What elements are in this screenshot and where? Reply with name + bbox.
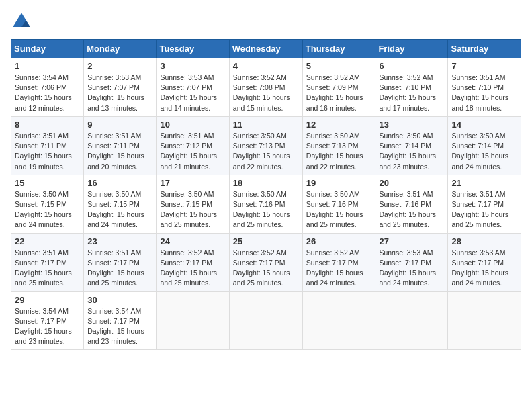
calendar-week-4: 22Sunrise: 3:51 AMSunset: 7:17 PMDayligh… (11, 233, 521, 291)
day-number: 6 (379, 61, 444, 71)
day-number: 7 (451, 61, 517, 71)
empty-cell (302, 291, 375, 350)
cell-info: Sunrise: 3:50 AMSunset: 7:14 PMDaylight:… (379, 131, 444, 172)
cell-info: Sunrise: 3:50 AMSunset: 7:13 PMDaylight:… (233, 131, 299, 172)
calendar-day-21: 21Sunrise: 3:51 AMSunset: 7:17 PMDayligh… (448, 175, 521, 233)
header-wednesday: Wednesday (229, 40, 302, 58)
logo (11, 11, 35, 32)
day-number: 25 (233, 236, 299, 246)
empty-cell (157, 291, 229, 350)
cell-info: Sunrise: 3:51 AMSunset: 7:16 PMDaylight:… (379, 189, 444, 230)
calendar-day-17: 17Sunrise: 3:50 AMSunset: 7:15 PMDayligh… (157, 175, 229, 233)
calendar-day-19: 19Sunrise: 3:50 AMSunset: 7:16 PMDayligh… (302, 175, 375, 233)
day-number: 29 (15, 295, 80, 305)
day-number: 21 (451, 178, 517, 188)
day-number: 18 (233, 178, 299, 188)
calendar-week-5: 29Sunrise: 3:54 AMSunset: 7:17 PMDayligh… (11, 291, 521, 350)
calendar-day-24: 24Sunrise: 3:52 AMSunset: 7:17 PMDayligh… (157, 233, 229, 291)
calendar-day-26: 26Sunrise: 3:52 AMSunset: 7:17 PMDayligh… (302, 233, 375, 291)
header-tuesday: Tuesday (157, 40, 229, 58)
calendar-day-13: 13Sunrise: 3:50 AMSunset: 7:14 PMDayligh… (375, 116, 448, 175)
calendar-day-25: 25Sunrise: 3:52 AMSunset: 7:17 PMDayligh… (229, 233, 302, 291)
cell-info: Sunrise: 3:53 AMSunset: 7:07 PMDaylight:… (160, 73, 225, 113)
page-header (11, 11, 521, 32)
calendar-day-30: 30Sunrise: 3:54 AMSunset: 7:17 PMDayligh… (84, 291, 157, 350)
day-number: 9 (87, 120, 152, 130)
calendar-week-3: 15Sunrise: 3:50 AMSunset: 7:15 PMDayligh… (11, 175, 521, 233)
calendar-day-1: 1Sunrise: 3:54 AMSunset: 7:06 PMDaylight… (11, 58, 84, 117)
header-saturday: Saturday (448, 40, 521, 58)
cell-info: Sunrise: 3:52 AMSunset: 7:17 PMDaylight:… (306, 248, 372, 289)
day-number: 16 (87, 178, 152, 188)
cell-info: Sunrise: 3:50 AMSunset: 7:16 PMDaylight:… (306, 189, 372, 230)
cell-info: Sunrise: 3:51 AMSunset: 7:17 PMDaylight:… (87, 248, 152, 289)
calendar-day-6: 6Sunrise: 3:52 AMSunset: 7:10 PMDaylight… (375, 58, 448, 117)
header-monday: Monday (84, 40, 157, 58)
cell-info: Sunrise: 3:52 AMSunset: 7:09 PMDaylight:… (306, 73, 372, 113)
day-number: 14 (451, 120, 517, 130)
calendar-day-29: 29Sunrise: 3:54 AMSunset: 7:17 PMDayligh… (11, 291, 84, 350)
day-number: 17 (160, 178, 225, 188)
cell-info: Sunrise: 3:52 AMSunset: 7:10 PMDaylight:… (379, 73, 444, 113)
calendar-header-row: SundayMondayTuesdayWednesdayThursdayFrid… (11, 40, 521, 58)
cell-info: Sunrise: 3:54 AMSunset: 7:17 PMDaylight:… (15, 306, 80, 347)
day-number: 1 (15, 61, 80, 71)
cell-info: Sunrise: 3:51 AMSunset: 7:17 PMDaylight:… (451, 189, 517, 230)
header-thursday: Thursday (302, 40, 375, 58)
calendar-day-14: 14Sunrise: 3:50 AMSunset: 7:14 PMDayligh… (448, 116, 521, 175)
day-number: 4 (233, 61, 299, 71)
cell-info: Sunrise: 3:53 AMSunset: 7:07 PMDaylight:… (87, 73, 152, 113)
cell-info: Sunrise: 3:51 AMSunset: 7:11 PMDaylight:… (15, 131, 80, 172)
cell-info: Sunrise: 3:52 AMSunset: 7:08 PMDaylight:… (233, 73, 299, 113)
calendar-day-20: 20Sunrise: 3:51 AMSunset: 7:16 PMDayligh… (375, 175, 448, 233)
day-number: 20 (379, 178, 444, 188)
cell-info: Sunrise: 3:54 AMSunset: 7:06 PMDaylight:… (15, 73, 80, 113)
cell-info: Sunrise: 3:52 AMSunset: 7:17 PMDaylight:… (233, 248, 299, 289)
day-number: 3 (160, 61, 225, 71)
cell-info: Sunrise: 3:53 AMSunset: 7:17 PMDaylight:… (379, 248, 444, 289)
cell-info: Sunrise: 3:51 AMSunset: 7:12 PMDaylight:… (160, 131, 225, 172)
day-number: 30 (87, 295, 152, 305)
cell-info: Sunrise: 3:50 AMSunset: 7:15 PMDaylight:… (15, 189, 80, 230)
day-number: 19 (306, 178, 372, 188)
cell-info: Sunrise: 3:50 AMSunset: 7:15 PMDaylight:… (87, 189, 152, 230)
empty-cell (448, 291, 521, 350)
calendar-day-18: 18Sunrise: 3:50 AMSunset: 7:16 PMDayligh… (229, 175, 302, 233)
calendar-day-3: 3Sunrise: 3:53 AMSunset: 7:07 PMDaylight… (157, 58, 229, 117)
day-number: 24 (160, 236, 225, 246)
day-number: 10 (160, 120, 225, 130)
calendar-day-15: 15Sunrise: 3:50 AMSunset: 7:15 PMDayligh… (11, 175, 84, 233)
calendar-day-28: 28Sunrise: 3:53 AMSunset: 7:17 PMDayligh… (448, 233, 521, 291)
calendar-day-10: 10Sunrise: 3:51 AMSunset: 7:12 PMDayligh… (157, 116, 229, 175)
calendar-day-12: 12Sunrise: 3:50 AMSunset: 7:13 PMDayligh… (302, 116, 375, 175)
day-number: 22 (15, 236, 80, 246)
cell-info: Sunrise: 3:50 AMSunset: 7:13 PMDaylight:… (306, 131, 372, 172)
empty-cell (229, 291, 302, 350)
day-number: 27 (379, 236, 444, 246)
calendar-day-22: 22Sunrise: 3:51 AMSunset: 7:17 PMDayligh… (11, 233, 84, 291)
calendar-day-9: 9Sunrise: 3:51 AMSunset: 7:11 PMDaylight… (84, 116, 157, 175)
day-number: 28 (451, 236, 517, 246)
cell-info: Sunrise: 3:54 AMSunset: 7:17 PMDaylight:… (87, 306, 152, 347)
calendar-day-7: 7Sunrise: 3:51 AMSunset: 7:10 PMDaylight… (448, 58, 521, 117)
day-number: 5 (306, 61, 372, 71)
day-number: 12 (306, 120, 372, 130)
calendar-day-16: 16Sunrise: 3:50 AMSunset: 7:15 PMDayligh… (84, 175, 157, 233)
calendar-day-4: 4Sunrise: 3:52 AMSunset: 7:08 PMDaylight… (229, 58, 302, 117)
cell-info: Sunrise: 3:51 AMSunset: 7:17 PMDaylight:… (15, 248, 80, 289)
day-number: 2 (87, 61, 152, 71)
cell-info: Sunrise: 3:53 AMSunset: 7:17 PMDaylight:… (451, 248, 517, 289)
calendar-day-11: 11Sunrise: 3:50 AMSunset: 7:13 PMDayligh… (229, 116, 302, 175)
day-number: 11 (233, 120, 299, 130)
day-number: 23 (87, 236, 152, 246)
calendar-day-23: 23Sunrise: 3:51 AMSunset: 7:17 PMDayligh… (84, 233, 157, 291)
calendar-day-2: 2Sunrise: 3:53 AMSunset: 7:07 PMDaylight… (84, 58, 157, 117)
calendar-table: SundayMondayTuesdayWednesdayThursdayFrid… (11, 39, 521, 350)
calendar-week-1: 1Sunrise: 3:54 AMSunset: 7:06 PMDaylight… (11, 58, 521, 117)
cell-info: Sunrise: 3:51 AMSunset: 7:10 PMDaylight:… (451, 73, 517, 113)
cell-info: Sunrise: 3:50 AMSunset: 7:16 PMDaylight:… (233, 189, 299, 230)
day-number: 13 (379, 120, 444, 130)
day-number: 26 (306, 236, 372, 246)
header-sunday: Sunday (11, 40, 84, 58)
cell-info: Sunrise: 3:50 AMSunset: 7:14 PMDaylight:… (451, 131, 517, 172)
